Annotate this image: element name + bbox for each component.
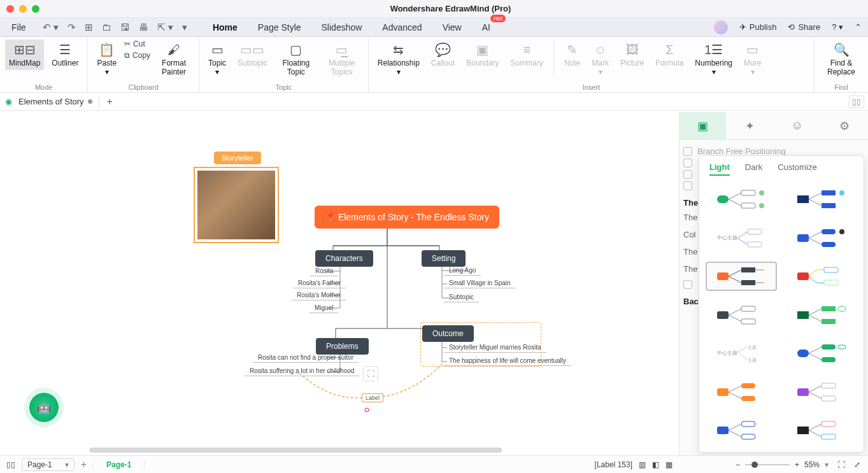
format-painter-button[interactable]: 🖌Format Painter	[154, 39, 194, 80]
floating-topic-button[interactable]: ▢Floating Topic	[275, 39, 317, 80]
zoom-in-icon[interactable]: +	[795, 460, 799, 469]
panel-tab-settings[interactable]: ⚙	[821, 112, 868, 139]
setting-topic[interactable]: Setting	[422, 250, 466, 267]
prob-sub-0[interactable]: Rosita can not find a proper suitor	[253, 353, 359, 363]
user-avatar[interactable]	[714, 20, 728, 34]
outliner-button[interactable]: ☰Outliner	[48, 39, 82, 70]
maximize-window[interactable]	[32, 5, 39, 13]
view-1-icon[interactable]: ▥	[639, 460, 646, 469]
theme-4[interactable]	[786, 223, 857, 253]
export-icon[interactable]: ⇱ ▾	[157, 22, 173, 33]
help-icon[interactable]: ? ▾	[832, 22, 843, 32]
char-sub-1[interactable]: Rosita's Father	[293, 278, 346, 288]
save-icon[interactable]: 🖫	[120, 22, 130, 32]
tab-ai[interactable]: AIHot	[481, 20, 492, 35]
canvas[interactable]: Storyteller 📍 Elements of Story - The En…	[0, 112, 679, 455]
pages-icon[interactable]: ▯▯	[6, 460, 15, 469]
panel-tab-style[interactable]: ▣	[679, 112, 726, 139]
print-icon[interactable]: 🖶	[139, 22, 148, 32]
mindmap-button[interactable]: ⊞⊟MindMap	[5, 39, 44, 70]
theme-9[interactable]: 中心主题主题主题	[706, 339, 777, 368]
subtopic-button[interactable]: ▭▭Subtopic	[234, 39, 271, 70]
publish-button[interactable]: ✈Publish	[739, 22, 777, 32]
more-button[interactable]: ▭More▾	[740, 39, 765, 80]
characters-topic[interactable]: Characters	[315, 250, 373, 267]
svg-line-33	[809, 193, 822, 199]
storyteller-image[interactable]	[194, 167, 279, 243]
theme-3[interactable]: 中心主题	[706, 223, 777, 253]
add-page-button[interactable]: +	[81, 459, 87, 470]
tab-view[interactable]: View	[441, 20, 463, 35]
copy-button[interactable]: ⧉Copy	[124, 51, 150, 60]
numbering-button[interactable]: 1☰Numbering▾	[691, 39, 736, 80]
set-sub-2[interactable]: Subtopic	[444, 292, 479, 302]
theme-13[interactable]	[706, 416, 777, 445]
file-menu[interactable]: File	[6, 20, 31, 35]
char-sub-3[interactable]: Miguel	[309, 303, 338, 313]
theme-10[interactable]	[786, 339, 857, 368]
picture-button[interactable]: 🖼Picture	[616, 39, 648, 70]
mark-button[interactable]: ☺Mark▾	[588, 39, 613, 80]
tab-slideshow[interactable]: Slideshow	[320, 20, 364, 35]
cut-button[interactable]: ✂Cut	[124, 39, 150, 48]
zoom-out-icon[interactable]: −	[736, 460, 740, 469]
char-sub-0[interactable]: Rosita	[310, 266, 338, 276]
paste-button[interactable]: 📋Paste▾	[93, 39, 120, 80]
theme-7[interactable]	[706, 300, 777, 330]
storyteller-tag[interactable]: Storyteller	[214, 152, 261, 164]
add-tab-button[interactable]: +	[99, 96, 113, 108]
horizontal-scrollbar[interactable]	[89, 448, 679, 454]
central-topic[interactable]: 📍 Elements of Story - The Endless Story	[315, 206, 499, 229]
new-icon[interactable]: ⊞	[85, 22, 93, 33]
ai-assistant-button[interactable]: 🤖	[29, 393, 59, 422]
redo-icon[interactable]: ↷	[68, 22, 76, 33]
theme-12[interactable]	[786, 378, 857, 407]
prob-sub-1[interactable]: Rosita suffering a lot in her childhood	[245, 366, 359, 376]
panel-tab-icons[interactable]: ☺	[774, 112, 821, 139]
tab-home[interactable]: Home	[211, 20, 239, 35]
minimize-window[interactable]	[19, 5, 27, 13]
page-tab[interactable]: Page-1	[93, 460, 145, 469]
open-icon[interactable]: 🗀	[102, 22, 111, 32]
collapse-panel-icon[interactable]: ▯▯	[849, 95, 864, 108]
collapse-ribbon-icon[interactable]: ⌃	[855, 22, 862, 32]
relationship-label[interactable]: Label	[362, 393, 383, 402]
theme-5-selected[interactable]	[706, 262, 777, 291]
expand-button[interactable]: ⛶	[363, 366, 378, 381]
theme-tab-dark[interactable]: Dark	[745, 162, 762, 176]
topic-button[interactable]: ▭Topic▾	[204, 39, 230, 80]
more-qa-icon[interactable]: ▾	[182, 22, 187, 33]
theme-1[interactable]	[706, 185, 777, 214]
panel-tab-ai[interactable]: ✦	[726, 112, 773, 139]
fullscreen-icon[interactable]: ⤢	[854, 460, 860, 469]
set-sub-1[interactable]: Small Village in Spain	[444, 278, 516, 288]
theme-6[interactable]	[786, 262, 857, 291]
share-button[interactable]: ⟲Share	[788, 22, 820, 32]
view-2-icon[interactable]: ◧	[652, 460, 659, 469]
theme-tab-light[interactable]: Light	[709, 162, 730, 176]
char-sub-2[interactable]: Rosita's Mother	[292, 290, 346, 300]
theme-tab-customize[interactable]: Customize	[778, 162, 816, 176]
relationship-button[interactable]: ⇆Relationship▾	[374, 39, 423, 80]
doc-tab[interactable]: Elements of Story	[18, 97, 92, 106]
page-select[interactable]: Page-1▾	[22, 458, 75, 471]
fit-icon[interactable]: ⛶	[837, 460, 845, 469]
callout-button[interactable]: 💬Callout	[427, 39, 459, 70]
tab-advanced[interactable]: Advanced	[381, 20, 423, 35]
formula-button[interactable]: ΣFormula	[651, 39, 687, 70]
zoom-control[interactable]: − + 55% ▾	[736, 460, 829, 469]
undo-icon[interactable]: ↶ ▾	[43, 22, 59, 33]
note-button[interactable]: ✎Note	[560, 39, 584, 70]
tab-page-style[interactable]: Page Style	[257, 20, 302, 35]
theme-14[interactable]	[786, 416, 857, 445]
close-window[interactable]	[6, 5, 14, 13]
theme-2[interactable]	[786, 185, 857, 214]
summary-button[interactable]: ≡Summary	[507, 39, 547, 70]
find-replace-button[interactable]: 🔍Find & Replace	[820, 39, 863, 80]
theme-11[interactable]	[706, 378, 777, 407]
multiple-topics-button[interactable]: ▭̲Multiple Topics	[321, 39, 363, 80]
boundary-button[interactable]: ▣Boundary	[462, 39, 502, 70]
view-3-icon[interactable]: ▦	[665, 460, 672, 469]
set-sub-0[interactable]: Long Ago	[444, 265, 481, 276]
theme-8[interactable]	[786, 300, 857, 330]
